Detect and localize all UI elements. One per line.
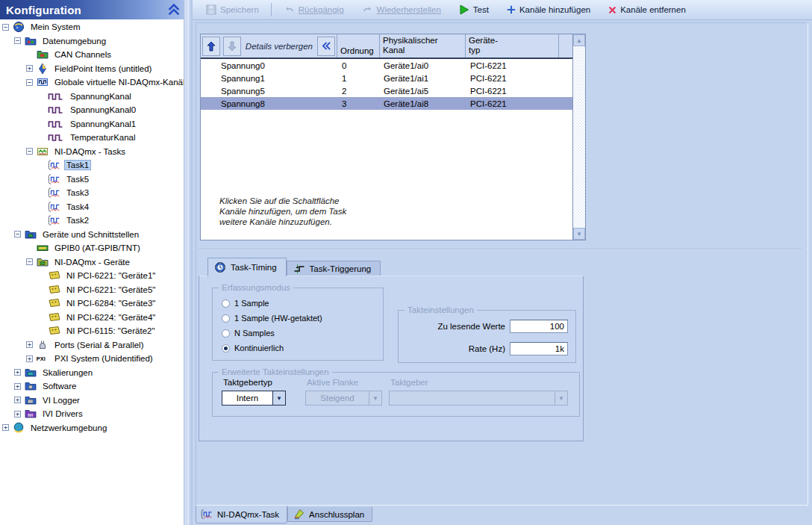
tree-item-ni-daqmx-geräte[interactable]: −NI-DAQmx - Geräte [0, 255, 184, 270]
tree-item-ni-daqmx-tasks[interactable]: −NI-DAQmx - Tasks [0, 145, 184, 159]
expand-expander-icon[interactable]: + [14, 369, 21, 376]
scroll-up-icon[interactable]: ▲ [573, 34, 585, 46]
column-header[interactable]: Geräte- typ [466, 34, 559, 58]
dropdown-taktgeber[interactable]: ▼ [389, 391, 568, 406]
chevron-down-icon[interactable]: ▼ [369, 391, 381, 405]
expand-expander-icon[interactable]: + [26, 355, 33, 362]
wiederherstellen-button[interactable]: Wiederherstellen [353, 1, 450, 18]
tree-item-ivi-drivers[interactable]: +IVIIVI Drivers [0, 407, 184, 421]
table-row-spannung1[interactable]: Spannung11Geräte1/ai1PCI-6221 [201, 72, 572, 84]
column-header[interactable]: Physikalischer Kanal [380, 34, 466, 58]
radio-icon[interactable] [222, 314, 230, 323]
radio-option-n-samples[interactable]: N Samples [213, 326, 383, 341]
scroll-down-icon[interactable]: ▼ [573, 228, 585, 240]
dropdown-aktive-flanke[interactable]: Steigend▼ [305, 391, 382, 406]
tree-item-task3[interactable]: Task3 [0, 186, 184, 200]
tree-item-ni-pci-6224-geräte4-[interactable]: NI PCI-6224: "Geräte4" [0, 311, 184, 325]
radio-option-kontinuierlich[interactable]: Kontinuierlich [213, 341, 383, 355]
table-row-spannung0[interactable]: Spannung00Geräte1/ai0PCI-6221 [201, 59, 572, 72]
tree-item-label[interactable]: VI Logger [40, 395, 82, 406]
dropdown-taktgebertyp[interactable]: Intern▼ [222, 391, 286, 406]
table-scrollbar[interactable]: ▲ ▼ [572, 34, 585, 240]
rückgängig-button[interactable]: Rückgängig [275, 1, 353, 18]
radio-icon[interactable] [222, 329, 230, 338]
tree-item-label[interactable]: SpannungKanal1 [68, 119, 138, 129]
tree-item-label[interactable]: NI PCI-6115: "Geräte2" [64, 326, 157, 336]
tree-item-can-channels[interactable]: CAN Channels [0, 48, 184, 62]
tree-item-label[interactable]: CAN Channels [52, 49, 113, 60]
tree-item-label[interactable]: FieldPoint Items (untitled) [52, 63, 154, 74]
collapse-expander-icon[interactable]: − [26, 148, 33, 155]
expand-expander-icon[interactable]: + [14, 411, 21, 417]
expand-expander-icon[interactable]: + [26, 65, 33, 72]
test-button[interactable]: Test [450, 1, 498, 18]
collapse-expander-icon[interactable]: − [14, 37, 21, 44]
chevron-down-icon[interactable]: ▼ [272, 391, 285, 405]
arrow-down-icon[interactable] [223, 37, 241, 56]
tree-item-label[interactable]: Task3 [64, 187, 91, 198]
collapse-expander-icon[interactable]: − [14, 231, 21, 237]
tree-item-ni-pci-6115-geräte2-[interactable]: NI PCI-6115: "Geräte2" [0, 324, 184, 338]
double-chevron-up-icon[interactable] [167, 3, 181, 16]
field-input-zu-lesende-werte[interactable]: 100 [510, 320, 568, 333]
column-header[interactable]: Ordnung [337, 34, 380, 58]
tree-item-label[interactable]: NI PCI-6221: "Geräte1" [64, 270, 157, 281]
tree-item-pxi-system-unidentified-[interactable]: +PXIPXI System (Unidentified) [0, 352, 184, 366]
tree-item-fieldpoint-items-untitled-[interactable]: +FieldPoint Items (untitled) [0, 62, 184, 76]
expand-expander-icon[interactable]: + [2, 424, 9, 431]
tree-item-label[interactable]: NI PCI-6224: "Geräte4" [64, 312, 157, 323]
kanäle-entfernen-button[interactable]: Kanäle entfernen [599, 1, 695, 18]
table-row-spannung8[interactable]: Spannung83Geräte1/ai8PCI-6221 [201, 97, 572, 110]
collapse-expander-icon[interactable]: − [2, 24, 9, 31]
panel-splitter[interactable] [184, 0, 193, 525]
tree-item-label[interactable]: Task1 [64, 160, 91, 170]
tree-item-label[interactable]: Ports (Serial & Parallel) [52, 340, 146, 350]
tree-item-task5[interactable]: Task5 [0, 173, 184, 187]
field-input-rate-hz-[interactable]: 1k [510, 342, 568, 355]
tree-item-label[interactable]: Globale virtuelle NI-DAQmx-Kanäle [52, 77, 184, 87]
details-toggle-label[interactable]: Details verbergen [244, 42, 314, 51]
tree-item-label[interactable]: PXI System (Unidentified) [52, 353, 155, 364]
double-chevron-left-icon[interactable] [317, 37, 335, 56]
tree-item-label[interactable]: NI-DAQmx - Tasks [52, 146, 128, 157]
tree-item-task2[interactable]: Task2 [0, 214, 184, 228]
tree-item-mein-system[interactable]: −Mein System [0, 20, 184, 34]
tree-item-label[interactable]: Skalierungen [40, 367, 95, 378]
tree-item-label[interactable]: SpannungKanal [68, 91, 134, 102]
expand-expander-icon[interactable]: + [14, 397, 21, 403]
tree-item-label[interactable]: Task2 [64, 215, 91, 226]
tree-item-label[interactable]: Software [40, 381, 78, 391]
tree-item-label[interactable]: IVI Drivers [40, 408, 85, 419]
radio-icon[interactable] [222, 299, 230, 308]
tree-item-ni-pci-6284-geräte3-[interactable]: NI PCI-6284: "Geräte3" [0, 296, 184, 311]
tree-item-label[interactable]: Mein System [28, 22, 82, 32]
tree-item-netzwerkumgebung[interactable]: +Netzwerkumgebung [0, 421, 184, 435]
tree-item-label[interactable]: NI PCI-6221: "Geräte5" [64, 285, 157, 295]
tree-item-geräte-und-schnittstellen[interactable]: −Geräte und Schnittstellen [0, 228, 184, 242]
tree-item-task1[interactable]: Task1 [0, 158, 184, 173]
tree-item-software[interactable]: +Software [0, 379, 184, 394]
tree-item-label[interactable]: Netzwerkumgebung [28, 423, 109, 433]
chevron-down-icon[interactable]: ▼ [555, 391, 567, 405]
radio-option-1-sample[interactable]: 1 Sample [213, 296, 383, 311]
tree-item-spannungkanal0[interactable]: SpannungKanal0 [0, 103, 184, 117]
expand-expander-icon[interactable]: + [14, 383, 21, 390]
tree-item-datenumgebung[interactable]: −Datenumgebung [0, 34, 184, 49]
tree-item-label[interactable]: Geräte und Schnittstellen [40, 229, 141, 240]
tab-task-timing[interactable]: Task-Timing [207, 258, 287, 276]
tree-item-skalierungen[interactable]: +Skalierungen [0, 366, 184, 380]
tree-item-spannungkanal1[interactable]: SpannungKanal1 [0, 117, 184, 131]
tree-item-temperaturkanal[interactable]: TemperaturKanal [0, 131, 184, 145]
collapse-expander-icon[interactable]: − [26, 79, 33, 86]
tree-item-gpib0-at-gpib-tnt-[interactable]: GPIB0 (AT-GPIB/TNT) [0, 241, 184, 255]
collapse-expander-icon[interactable]: − [26, 258, 33, 265]
bottom-tab-ni-daqmx-task[interactable]: NI-DAQmx-Task [196, 506, 287, 524]
tree-item-spannungkanal[interactable]: SpannungKanal [0, 90, 184, 104]
tree-item-label[interactable]: Task4 [64, 202, 91, 212]
bottom-tab-anschlussplan[interactable]: Anschlussplan [287, 507, 372, 522]
radio-option-1-sample-hw-getaktet-[interactable]: 1 Sample (HW-getaktet) [213, 311, 383, 326]
table-row-spannung5[interactable]: Spannung52Geräte1/ai5PCI-6221 [201, 84, 572, 97]
kanäle-hinzufügen-button[interactable]: Kanäle hinzufügen [498, 1, 599, 18]
expand-expander-icon[interactable]: + [26, 341, 33, 348]
tree-item-label[interactable]: GPIB0 (AT-GPIB/TNT) [52, 243, 143, 253]
